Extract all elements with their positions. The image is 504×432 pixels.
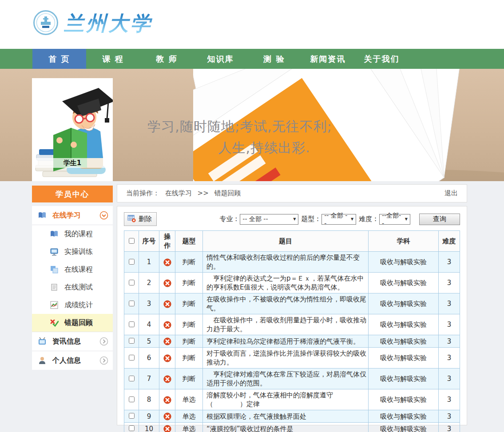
sidebar-item-0[interactable]: 在线学习 <box>32 206 113 225</box>
cell-checkbox[interactable] <box>124 348 139 369</box>
delete-row-icon[interactable] <box>163 279 171 287</box>
delete-row-icon[interactable] <box>163 354 171 362</box>
difficulty-select-value: --全部-- <box>382 212 403 227</box>
cell-checkbox[interactable] <box>124 252 139 273</box>
cell-action[interactable] <box>159 252 175 273</box>
cell-action[interactable] <box>159 314 175 335</box>
cell-difficulty: 3 <box>439 335 460 348</box>
cell-difficulty: 3 <box>439 348 460 369</box>
cell-action[interactable] <box>159 348 175 369</box>
cell-action[interactable] <box>159 410 175 423</box>
row-checkbox[interactable] <box>129 396 135 402</box>
sidebar-item-4[interactable]: 在线测试 <box>32 278 113 296</box>
cell-action[interactable] <box>159 423 175 432</box>
cell-question-text: 根据双膜理论，在气液接触界面处 <box>203 410 369 423</box>
delete-button-label: 删除 <box>139 215 152 223</box>
delete-row-icon[interactable] <box>163 375 171 383</box>
chart-icon <box>50 301 59 309</box>
cell-subject: 吸收与解吸实验 <box>369 369 439 389</box>
row-checkbox[interactable] <box>129 376 135 381</box>
cell-question-text: 对于吸收而言，逆流操作比并流操作课获得较大的吸收推动力。 <box>203 348 369 369</box>
sidebar-item-8[interactable]: 个人信息 <box>32 351 113 370</box>
cell-difficulty: 3 <box>439 369 460 389</box>
delete-row-icon[interactable] <box>163 300 171 308</box>
delete-row-icon[interactable] <box>163 425 171 432</box>
row-checkbox[interactable] <box>129 259 135 265</box>
sidebar-item-label: 我的课程 <box>64 230 93 239</box>
cell-checkbox[interactable] <box>124 410 139 423</box>
nav-tab-6[interactable]: 关于我们 <box>355 49 409 69</box>
cell-action[interactable] <box>159 389 175 410</box>
sidebar-item-2[interactable]: 实操训练 <box>32 243 113 261</box>
cell-subject: 吸收与解吸实验 <box>369 410 439 423</box>
cell-action[interactable] <box>159 293 175 314</box>
member-center-header: 学员中心 <box>32 186 113 202</box>
type-filter-label: 题型 : <box>301 215 319 223</box>
table-row: 9单选根据双膜理论，在气液接触界面处吸收与解吸实验3 <box>124 410 460 423</box>
scroll-icon <box>50 283 59 292</box>
header-select-all[interactable] <box>124 231 139 252</box>
nav-tab-1[interactable]: 课 程 <box>86 49 140 69</box>
cell-question-type: 单选 <box>175 410 203 423</box>
cell-index: 2 <box>139 273 159 293</box>
cell-difficulty: 3 <box>439 389 460 410</box>
question-type-select[interactable]: -- 全部 -- ▼ <box>321 214 356 225</box>
cell-checkbox[interactable] <box>124 293 139 314</box>
table-row: 7判断 亨利定律对难溶气体在常压下较适应，对易溶气体仅适用于很小的范围。吸收与解… <box>124 369 460 389</box>
cell-question-type: 判断 <box>175 348 203 369</box>
chevron-down-icon: ▼ <box>293 217 296 221</box>
row-checkbox[interactable] <box>129 301 135 306</box>
delete-row-icon[interactable] <box>163 337 171 345</box>
difficulty-select[interactable]: --全部-- ▼ <box>379 214 410 225</box>
table-row: 3判断在吸收操作中，不被吸收的气体为惰性组分，即吸收尾气。吸收与解吸实验3 <box>124 293 460 314</box>
nav-tab-2[interactable]: 教 师 <box>140 49 194 69</box>
nav-tab-0[interactable]: 首 页 <box>32 49 86 69</box>
row-checkbox[interactable] <box>129 338 135 344</box>
cell-checkbox[interactable] <box>124 369 139 389</box>
sidebar-item-label: 错题回顾 <box>64 318 93 328</box>
cell-index: 6 <box>139 348 159 369</box>
nav-tab-5[interactable]: 新闻资讯 <box>301 49 355 69</box>
cell-index: 1 <box>139 252 159 273</box>
major-select[interactable]: -- 全部 -- ▼ <box>240 214 298 225</box>
select-all-checkbox[interactable] <box>129 238 135 244</box>
cell-question-type: 判断 <box>175 252 203 273</box>
row-checkbox[interactable] <box>129 425 135 431</box>
university-logo[interactable]: 兰州大学 <box>33 10 153 37</box>
delete-row-icon[interactable] <box>163 321 171 329</box>
row-checkbox[interactable] <box>129 280 135 285</box>
cell-question-type: 判断 <box>175 335 203 348</box>
cell-action[interactable] <box>159 273 175 293</box>
toolbar: 删除 专业 : -- 全部 -- ▼ 题型 : -- 全部 -- ▼ 难度 : <box>124 212 460 226</box>
delete-row-icon[interactable] <box>163 258 171 266</box>
cell-checkbox[interactable] <box>124 423 139 432</box>
cell-checkbox[interactable] <box>124 314 139 335</box>
delete-row-icon[interactable] <box>163 412 171 420</box>
nav-tab-3[interactable]: 知识库 <box>194 49 247 69</box>
delete-button[interactable]: 删除 <box>124 212 157 226</box>
query-button[interactable]: 查询 <box>419 214 460 225</box>
sidebar-item-6[interactable]: 错题回顾 <box>32 314 113 332</box>
row-checkbox[interactable] <box>129 355 135 361</box>
cell-action[interactable] <box>159 369 175 389</box>
cell-checkbox[interactable] <box>124 273 139 293</box>
row-checkbox[interactable] <box>129 413 135 419</box>
logout-button[interactable]: 退出 <box>444 185 458 202</box>
sidebar-item-label: 实操训练 <box>64 247 93 257</box>
chevron-down-icon: ▼ <box>351 217 353 221</box>
cell-checkbox[interactable] <box>124 335 139 348</box>
sidebar-item-7[interactable]: 资讯信息 <box>32 332 113 351</box>
breadcrumb-current: 错题回顾 <box>214 189 241 197</box>
row-checkbox[interactable] <box>129 321 135 327</box>
sidebar-item-1[interactable]: 我的课程 <box>32 225 113 243</box>
nav-tabs: 首 页课 程教 师知识库测 验新闻资讯关于我们 <box>32 49 409 69</box>
sidebar-item-5[interactable]: 成绩统计 <box>32 296 113 314</box>
sidebar-item-label: 资讯信息 <box>52 337 81 346</box>
breadcrumb-prefix: 当前操作： <box>126 189 159 197</box>
nav-tab-4[interactable]: 测 验 <box>247 49 301 69</box>
column-header-3: 题型 <box>175 231 203 252</box>
delete-row-icon[interactable] <box>163 396 171 404</box>
cell-action[interactable] <box>159 335 175 348</box>
sidebar-item-3[interactable]: 在线课程 <box>32 261 113 278</box>
cell-checkbox[interactable] <box>124 389 139 410</box>
